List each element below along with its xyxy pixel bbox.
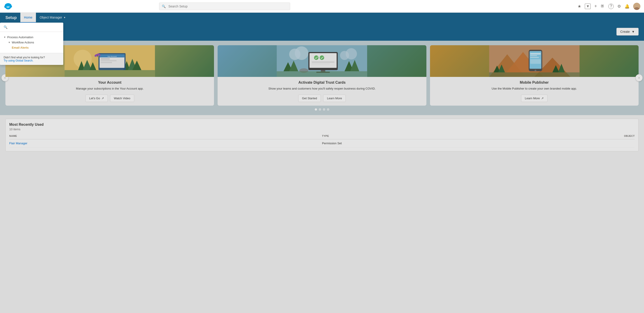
card-title-trust: Activate Digital Trust Cards — [221, 81, 422, 85]
carousel-dot-1[interactable] — [315, 108, 317, 111]
carousel-dot-2[interactable] — [319, 108, 321, 111]
search-input[interactable] — [159, 3, 290, 10]
external-link-icon: ↗ — [102, 97, 104, 100]
content-area: SETUP Home Create ▼ ‹ — [0, 23, 644, 313]
card-image-trust — [218, 45, 426, 77]
search-icon: 🔍 — [162, 5, 166, 8]
carousel-dot-3[interactable] — [323, 108, 325, 111]
card-title-mobile: Mobile Publisher — [434, 81, 635, 85]
svg-point-30 — [346, 48, 357, 60]
learn-more-button-trust[interactable]: Learn More — [323, 95, 346, 102]
tab-chevron-icon: ▼ — [64, 16, 66, 19]
svg-rect-21 — [101, 62, 112, 63]
card-desc-your-account: Manage your subscriptions in the Your Ac… — [9, 86, 210, 91]
recently-used-count: 10 items — [9, 128, 635, 131]
table-header: NAME TYPE OBJECT — [9, 135, 635, 139]
svg-point-38 — [320, 55, 324, 60]
svg-rect-57 — [530, 57, 539, 58]
svg-rect-25 — [65, 70, 155, 77]
card-buttons-mobile: Learn More ↗ — [434, 95, 635, 102]
search-bar-container: 🔍 — [159, 3, 290, 10]
result-group-process-automation: ▼ Process Automation ▼ Workflow Actions … — [0, 34, 63, 51]
main-container: 🔍 email alerts ▼ Process Automation ▼ Wo… — [0, 23, 644, 313]
watch-video-button[interactable]: Watch Video — [110, 95, 134, 102]
svg-point-28 — [295, 46, 308, 60]
help-icon[interactable]: ? — [608, 4, 614, 9]
result-item-email-alerts[interactable]: Email Alerts — [4, 45, 60, 50]
get-started-button[interactable]: Get Started — [298, 95, 321, 102]
svg-rect-56 — [530, 55, 537, 56]
carousel-card-mobile: Mobile Publisher Use the Mobile Publishe… — [430, 45, 638, 106]
result-item-workflow-actions[interactable]: ▼ Workflow Actions — [4, 40, 60, 45]
sidebar-search-icon: 🔍 — [4, 25, 8, 29]
learn-more-button-mobile[interactable]: Learn More ↗ — [521, 95, 548, 102]
card-buttons-your-account: Let's Go ↗ Watch Video — [9, 95, 210, 102]
carousel-dots — [6, 108, 638, 111]
svg-rect-19 — [101, 58, 110, 60]
tab-home[interactable]: Home — [20, 13, 36, 23]
salesforce-logo[interactable]: SF — [4, 2, 13, 11]
card-buttons-trust: Get Started Learn More — [221, 95, 422, 102]
create-chevron-icon: ▼ — [632, 30, 635, 34]
recently-used-section: Most Recently Used 10 items NAME TYPE OB… — [6, 119, 638, 151]
svg-point-6 — [634, 7, 640, 10]
card-desc-trust: Show your teams and customers how you'll… — [221, 86, 422, 91]
bell-icon[interactable]: 🔔 — [624, 4, 630, 9]
svg-point-37 — [314, 55, 318, 60]
card-title-your-account: Your Account — [9, 81, 210, 85]
table-row: Flair Manager Permission Set — [9, 139, 635, 147]
svg-point-59 — [534, 70, 536, 72]
star-icon[interactable]: ★ — [578, 4, 581, 9]
tab-bar: Setup Home Object Manager ▼ — [0, 13, 644, 23]
lets-go-button[interactable]: Let's Go ↗ — [86, 95, 108, 102]
recently-used-title: Most Recently Used — [9, 123, 635, 127]
carousel-card-trust: Activate Digital Trust Cards Show your t… — [218, 45, 426, 106]
card-image-mobile — [430, 45, 638, 77]
row-type-flair-manager: Permission Set — [322, 142, 478, 145]
svg-rect-44 — [277, 71, 367, 77]
svg-rect-39 — [312, 62, 334, 63]
column-header-name: NAME — [9, 135, 322, 137]
svg-rect-36 — [310, 53, 337, 68]
column-header-type: TYPE — [322, 135, 478, 137]
nav-icons-group: ★ ▼ + ⛨ ? ⚙ 🔔 — [578, 3, 640, 10]
setup-header: SETUP Home Create ▼ — [0, 23, 644, 41]
app-name-label: Setup — [2, 13, 20, 23]
svg-rect-60 — [489, 72, 579, 77]
chevron-down-icon: ▼ — [4, 36, 6, 39]
sidebar-search-input[interactable]: email alerts — [9, 25, 60, 29]
card-desc-mobile: Use the Mobile Publisher to create your … — [434, 86, 635, 91]
svg-point-5 — [635, 4, 638, 7]
svg-rect-40 — [312, 63, 330, 65]
sidebar-search-container: 🔍 email alerts — [0, 23, 63, 32]
chevron-down-icon-2: ▼ — [8, 41, 10, 44]
svg-rect-55 — [530, 53, 540, 55]
avatar[interactable] — [633, 3, 640, 10]
trailhead-icon[interactable]: ⛨ — [600, 4, 605, 9]
create-button[interactable]: Create ▼ — [616, 28, 638, 36]
gear-icon[interactable]: ⚙ — [617, 4, 621, 9]
svg-rect-20 — [101, 60, 116, 61]
sidebar-footer: Didn't find what you're looking for? Try… — [0, 53, 63, 65]
dropdown-icon[interactable]: ▼ — [585, 4, 591, 9]
sidebar-dropdown: 🔍 email alerts ▼ Process Automation ▼ Wo… — [0, 23, 63, 65]
svg-rect-58 — [530, 59, 540, 64]
global-search-link[interactable]: Try using Global Search. — [4, 59, 34, 62]
top-navigation: SF 🔍 ★ ▼ + ⛨ ? ⚙ 🔔 — [0, 0, 644, 13]
card-body-trust: Activate Digital Trust Cards Show your t… — [218, 77, 426, 106]
carousel-section: ‹ — [0, 41, 644, 115]
carousel-next-button[interactable]: › — [636, 74, 643, 81]
add-icon[interactable]: + — [594, 4, 597, 9]
carousel-dot-4[interactable] — [327, 108, 329, 111]
svg-text:Your Account: Your Account — [107, 56, 116, 57]
row-name-flair-manager[interactable]: Flair Manager — [9, 142, 322, 145]
carousel-cards: Your Account Your — [6, 45, 638, 106]
card-body-mobile: Mobile Publisher Use the Mobile Publishe… — [430, 77, 638, 106]
column-header-object: OBJECT — [478, 135, 635, 137]
tab-object-manager[interactable]: Object Manager ▼ — [36, 13, 69, 23]
svg-text:SF: SF — [6, 6, 10, 8]
result-item-process-automation[interactable]: ▼ Process Automation — [4, 35, 60, 40]
search-results-list: ▼ Process Automation ▼ Workflow Actions … — [0, 32, 63, 53]
external-link-icon-2: ↗ — [541, 97, 544, 100]
card-body-your-account: Your Account Manage your subscriptions i… — [6, 77, 214, 106]
